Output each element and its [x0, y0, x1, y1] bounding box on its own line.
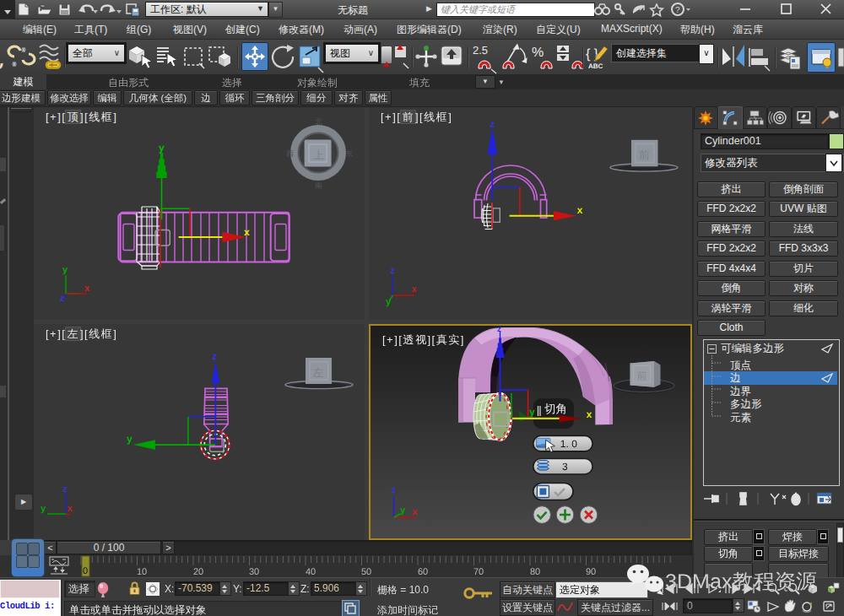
svg-text:30: 30 [249, 567, 259, 577]
svg-text:北: 北 [315, 117, 322, 126]
svg-text:y: y [41, 504, 46, 514]
svg-text:z: z [391, 485, 396, 495]
svg-text:x: x [68, 504, 73, 514]
svg-text:0: 0 [83, 566, 88, 576]
svg-text:y: y [159, 142, 165, 154]
svg-text:x: x [244, 226, 250, 238]
svg-text:y: y [400, 505, 406, 516]
svg-text:前: 前 [639, 149, 650, 161]
svg-text:z: z [62, 484, 68, 494]
svg-text:z: z [390, 266, 395, 276]
svg-text:左: 左 [313, 366, 324, 379]
svg-text:50: 50 [361, 567, 371, 577]
svg-text:x: x [577, 204, 583, 216]
svg-text:40: 40 [306, 567, 316, 577]
svg-text:90: 90 [586, 567, 596, 577]
svg-text:x: x [412, 284, 418, 294]
svg-text:y: y [529, 406, 535, 418]
svg-text:x: x [413, 507, 419, 517]
svg-text:z: z [60, 294, 65, 304]
svg-text:1. 0: 1. 0 [560, 438, 577, 450]
svg-text:3: 3 [562, 461, 568, 473]
svg-text:?: ? [675, 6, 680, 15]
svg-text:z: z [212, 350, 217, 362]
svg-text:前: 前 [637, 370, 647, 381]
svg-text:y: y [127, 433, 133, 445]
svg-text:20: 20 [193, 567, 203, 577]
svg-text:x: x [587, 408, 592, 420]
svg-text:70: 70 [473, 567, 484, 577]
svg-text:y: y [386, 297, 392, 307]
svg-text:3DMax教程资源: 3DMax教程资源 [665, 570, 817, 593]
svg-text:切角: 切角 [544, 403, 567, 415]
svg-text:z: z [490, 118, 495, 130]
svg-text:南: 南 [315, 181, 322, 190]
svg-text:ABC: ABC [588, 62, 603, 70]
svg-text:60: 60 [418, 567, 428, 577]
svg-text:10: 10 [137, 567, 147, 577]
svg-text:2.5: 2.5 [473, 44, 488, 57]
svg-text:y: y [62, 265, 68, 275]
svg-text:80: 80 [530, 567, 540, 577]
svg-text:东: 东 [345, 149, 353, 158]
svg-text:x: x [84, 284, 90, 294]
svg-text:西: 西 [286, 149, 294, 158]
svg-text:z: z [497, 326, 501, 334]
svg-text:%: % [532, 46, 544, 60]
svg-text:上: 上 [313, 149, 324, 161]
